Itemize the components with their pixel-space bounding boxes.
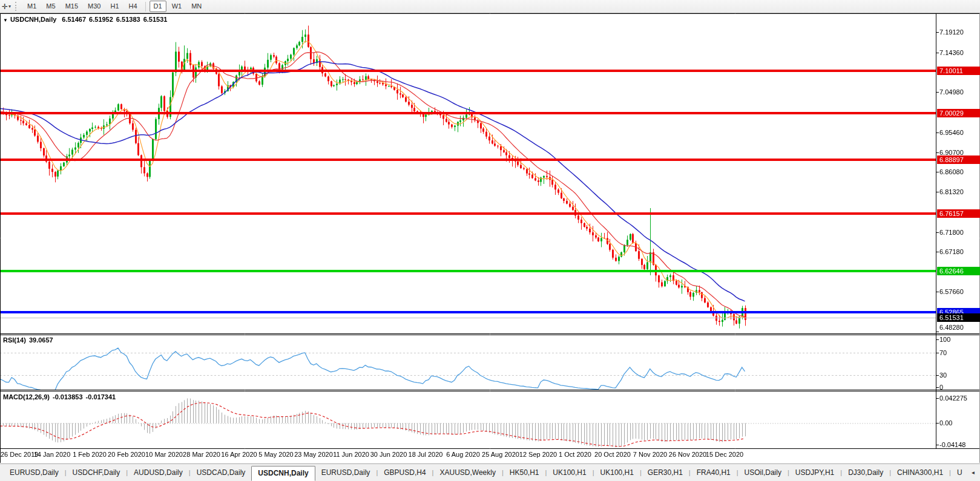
toolbar-separator xyxy=(145,2,146,11)
chart-tab-uk100[interactable]: UK100,H1 xyxy=(547,466,592,479)
timeframe-button-h4[interactable]: H4 xyxy=(125,1,142,12)
price-chart-canvas[interactable] xyxy=(0,13,980,463)
timeframe-button-group: M1M5M15M30H1H4D1W1MN xyxy=(22,1,206,12)
chart-tab-eurusd[interactable]: EURUSD,Daily xyxy=(315,466,377,479)
chart-tab-gbpusd[interactable]: GBPUSD,H4 xyxy=(378,466,432,479)
chart-tab-usdcad[interactable]: USDCAD,Daily xyxy=(191,466,252,479)
timeframe-button-m15[interactable]: M15 xyxy=(61,1,82,12)
timeframe-button-h1[interactable]: H1 xyxy=(106,1,123,12)
timeframe-button-mn[interactable]: MN xyxy=(187,1,206,12)
timeframe-button-m1[interactable]: M1 xyxy=(23,1,41,12)
chart-tab-uk100[interactable]: UK100,H1 xyxy=(594,466,640,479)
timeframe-button-d1[interactable]: D1 xyxy=(150,1,166,12)
chart-tab-usdjpy[interactable]: USDJPY,H1 xyxy=(789,466,840,479)
toolbar-grip[interactable] xyxy=(15,2,19,11)
tab-scroll-right-icon[interactable]: ► xyxy=(978,469,980,477)
chart-tab-audusd[interactable]: AUDUSD,Daily xyxy=(128,466,189,479)
chart-tab-fra40[interactable]: FRA40,H1 xyxy=(691,466,737,479)
chart-tab-ger30[interactable]: GER30,H1 xyxy=(642,466,689,479)
tab-scroll-left-icon[interactable]: ◄ xyxy=(968,469,978,477)
chart-tab-dj30[interactable]: DJ30,Daily xyxy=(842,466,889,479)
chart-tab-eurusd[interactable]: EURUSD,Daily xyxy=(4,466,65,479)
chart-tab-china300[interactable]: CHINA300,H1 xyxy=(891,466,949,479)
chart-tab-usoil[interactable]: USOil,Daily xyxy=(738,466,788,479)
chart-tab-usdcnh-active[interactable]: USDCNH,Daily xyxy=(251,466,315,481)
chevron-down-icon[interactable]: ▾ xyxy=(8,4,11,9)
chart-tab-u[interactable]: U xyxy=(951,466,968,479)
timeframe-button-m5[interactable]: M5 xyxy=(42,1,59,12)
crosshair-icon[interactable]: ✛ xyxy=(2,1,8,13)
chart-tab-hk50[interactable]: HK50,H1 xyxy=(504,466,545,479)
chart-toolbar: ✛ ▾ M1M5M15M30H1H4D1W1MN xyxy=(0,0,980,13)
timeframe-button-w1[interactable]: W1 xyxy=(168,1,186,12)
mt4-chart-window: ✛ ▾ M1M5M15M30H1H4D1W1MN ▼USDCNH,Daily6.… xyxy=(0,0,980,481)
chart-tab-usdchf[interactable]: USDCHF,Daily xyxy=(67,466,127,479)
chart-tab-xauusd[interactable]: XAUUSD,Weekly xyxy=(433,466,501,479)
timeframe-button-m30[interactable]: M30 xyxy=(84,1,105,12)
chart-tab-bar: EURUSD,Daily|USDCHF,Daily|AUDUSD,Daily|U… xyxy=(0,463,980,481)
cursor-tool-group[interactable]: ✛ ▾ xyxy=(0,1,13,13)
